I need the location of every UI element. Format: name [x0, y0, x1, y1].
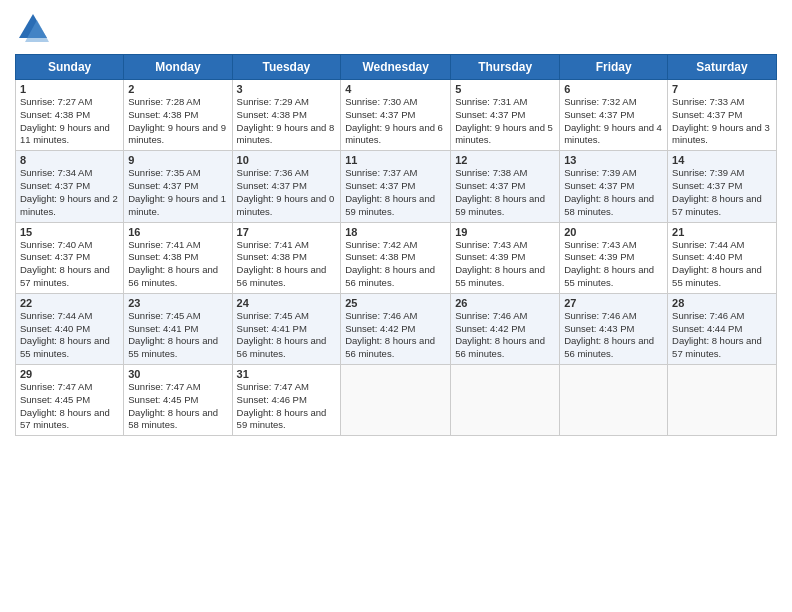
day-number: 30 — [128, 368, 227, 380]
table-row — [451, 365, 560, 436]
table-row: 31Sunrise: 7:47 AMSunset: 4:46 PMDayligh… — [232, 365, 341, 436]
cell-content: Sunrise: 7:39 AMSunset: 4:37 PMDaylight:… — [672, 167, 762, 216]
day-number: 19 — [455, 226, 555, 238]
cell-content: Sunrise: 7:37 AMSunset: 4:37 PMDaylight:… — [345, 167, 435, 216]
cell-content: Sunrise: 7:43 AMSunset: 4:39 PMDaylight:… — [455, 239, 545, 288]
table-row: 21Sunrise: 7:44 AMSunset: 4:40 PMDayligh… — [668, 222, 777, 293]
table-row: 3Sunrise: 7:29 AMSunset: 4:38 PMDaylight… — [232, 80, 341, 151]
cell-content: Sunrise: 7:36 AMSunset: 4:37 PMDaylight:… — [237, 167, 335, 216]
table-row: 13Sunrise: 7:39 AMSunset: 4:37 PMDayligh… — [560, 151, 668, 222]
table-row: 29Sunrise: 7:47 AMSunset: 4:45 PMDayligh… — [16, 365, 124, 436]
day-number: 18 — [345, 226, 446, 238]
cell-content: Sunrise: 7:46 AMSunset: 4:42 PMDaylight:… — [455, 310, 545, 359]
day-number: 1 — [20, 83, 119, 95]
weekday-header-tuesday: Tuesday — [232, 55, 341, 80]
day-number: 25 — [345, 297, 446, 309]
day-number: 17 — [237, 226, 337, 238]
weekday-header-thursday: Thursday — [451, 55, 560, 80]
day-number: 27 — [564, 297, 663, 309]
day-number: 13 — [564, 154, 663, 166]
logo-icon — [15, 10, 51, 46]
day-number: 28 — [672, 297, 772, 309]
table-row: 7Sunrise: 7:33 AMSunset: 4:37 PMDaylight… — [668, 80, 777, 151]
table-row: 10Sunrise: 7:36 AMSunset: 4:37 PMDayligh… — [232, 151, 341, 222]
day-number: 8 — [20, 154, 119, 166]
cell-content: Sunrise: 7:46 AMSunset: 4:44 PMDaylight:… — [672, 310, 762, 359]
table-row: 24Sunrise: 7:45 AMSunset: 4:41 PMDayligh… — [232, 293, 341, 364]
table-row: 1Sunrise: 7:27 AMSunset: 4:38 PMDaylight… — [16, 80, 124, 151]
cell-content: Sunrise: 7:46 AMSunset: 4:42 PMDaylight:… — [345, 310, 435, 359]
day-number: 5 — [455, 83, 555, 95]
table-row: 22Sunrise: 7:44 AMSunset: 4:40 PMDayligh… — [16, 293, 124, 364]
cell-content: Sunrise: 7:33 AMSunset: 4:37 PMDaylight:… — [672, 96, 770, 145]
day-number: 11 — [345, 154, 446, 166]
table-row: 30Sunrise: 7:47 AMSunset: 4:45 PMDayligh… — [124, 365, 232, 436]
table-row: 14Sunrise: 7:39 AMSunset: 4:37 PMDayligh… — [668, 151, 777, 222]
day-number: 9 — [128, 154, 227, 166]
day-number: 16 — [128, 226, 227, 238]
weekday-header-saturday: Saturday — [668, 55, 777, 80]
cell-content: Sunrise: 7:40 AMSunset: 4:37 PMDaylight:… — [20, 239, 110, 288]
cell-content: Sunrise: 7:47 AMSunset: 4:46 PMDaylight:… — [237, 381, 327, 430]
weekday-header-row: SundayMondayTuesdayWednesdayThursdayFrid… — [16, 55, 777, 80]
day-number: 3 — [237, 83, 337, 95]
day-number: 10 — [237, 154, 337, 166]
page: SundayMondayTuesdayWednesdayThursdayFrid… — [0, 0, 792, 612]
day-number: 15 — [20, 226, 119, 238]
cell-content: Sunrise: 7:29 AMSunset: 4:38 PMDaylight:… — [237, 96, 335, 145]
table-row: 18Sunrise: 7:42 AMSunset: 4:38 PMDayligh… — [341, 222, 451, 293]
table-row: 20Sunrise: 7:43 AMSunset: 4:39 PMDayligh… — [560, 222, 668, 293]
cell-content: Sunrise: 7:35 AMSunset: 4:37 PMDaylight:… — [128, 167, 226, 216]
cell-content: Sunrise: 7:31 AMSunset: 4:37 PMDaylight:… — [455, 96, 553, 145]
table-row — [560, 365, 668, 436]
cell-content: Sunrise: 7:34 AMSunset: 4:37 PMDaylight:… — [20, 167, 118, 216]
day-number: 31 — [237, 368, 337, 380]
weekday-header-friday: Friday — [560, 55, 668, 80]
table-row: 27Sunrise: 7:46 AMSunset: 4:43 PMDayligh… — [560, 293, 668, 364]
cell-content: Sunrise: 7:44 AMSunset: 4:40 PMDaylight:… — [672, 239, 762, 288]
week-row-3: 15Sunrise: 7:40 AMSunset: 4:37 PMDayligh… — [16, 222, 777, 293]
cell-content: Sunrise: 7:38 AMSunset: 4:37 PMDaylight:… — [455, 167, 545, 216]
header — [15, 10, 777, 46]
week-row-5: 29Sunrise: 7:47 AMSunset: 4:45 PMDayligh… — [16, 365, 777, 436]
cell-content: Sunrise: 7:47 AMSunset: 4:45 PMDaylight:… — [128, 381, 218, 430]
day-number: 14 — [672, 154, 772, 166]
cell-content: Sunrise: 7:46 AMSunset: 4:43 PMDaylight:… — [564, 310, 654, 359]
table-row: 12Sunrise: 7:38 AMSunset: 4:37 PMDayligh… — [451, 151, 560, 222]
cell-content: Sunrise: 7:32 AMSunset: 4:37 PMDaylight:… — [564, 96, 662, 145]
day-number: 26 — [455, 297, 555, 309]
table-row: 23Sunrise: 7:45 AMSunset: 4:41 PMDayligh… — [124, 293, 232, 364]
cell-content: Sunrise: 7:45 AMSunset: 4:41 PMDaylight:… — [237, 310, 327, 359]
table-row — [341, 365, 451, 436]
table-row: 16Sunrise: 7:41 AMSunset: 4:38 PMDayligh… — [124, 222, 232, 293]
cell-content: Sunrise: 7:45 AMSunset: 4:41 PMDaylight:… — [128, 310, 218, 359]
day-number: 12 — [455, 154, 555, 166]
table-row — [668, 365, 777, 436]
day-number: 6 — [564, 83, 663, 95]
day-number: 22 — [20, 297, 119, 309]
table-row: 9Sunrise: 7:35 AMSunset: 4:37 PMDaylight… — [124, 151, 232, 222]
cell-content: Sunrise: 7:41 AMSunset: 4:38 PMDaylight:… — [128, 239, 218, 288]
table-row: 8Sunrise: 7:34 AMSunset: 4:37 PMDaylight… — [16, 151, 124, 222]
week-row-1: 1Sunrise: 7:27 AMSunset: 4:38 PMDaylight… — [16, 80, 777, 151]
table-row: 26Sunrise: 7:46 AMSunset: 4:42 PMDayligh… — [451, 293, 560, 364]
weekday-header-wednesday: Wednesday — [341, 55, 451, 80]
day-number: 24 — [237, 297, 337, 309]
cell-content: Sunrise: 7:28 AMSunset: 4:38 PMDaylight:… — [128, 96, 226, 145]
table-row: 4Sunrise: 7:30 AMSunset: 4:37 PMDaylight… — [341, 80, 451, 151]
table-row: 25Sunrise: 7:46 AMSunset: 4:42 PMDayligh… — [341, 293, 451, 364]
day-number: 4 — [345, 83, 446, 95]
table-row: 6Sunrise: 7:32 AMSunset: 4:37 PMDaylight… — [560, 80, 668, 151]
week-row-2: 8Sunrise: 7:34 AMSunset: 4:37 PMDaylight… — [16, 151, 777, 222]
logo — [15, 10, 55, 46]
cell-content: Sunrise: 7:43 AMSunset: 4:39 PMDaylight:… — [564, 239, 654, 288]
weekday-header-sunday: Sunday — [16, 55, 124, 80]
cell-content: Sunrise: 7:47 AMSunset: 4:45 PMDaylight:… — [20, 381, 110, 430]
weekday-header-monday: Monday — [124, 55, 232, 80]
day-number: 23 — [128, 297, 227, 309]
cell-content: Sunrise: 7:27 AMSunset: 4:38 PMDaylight:… — [20, 96, 110, 145]
table-row: 17Sunrise: 7:41 AMSunset: 4:38 PMDayligh… — [232, 222, 341, 293]
cell-content: Sunrise: 7:41 AMSunset: 4:38 PMDaylight:… — [237, 239, 327, 288]
cell-content: Sunrise: 7:30 AMSunset: 4:37 PMDaylight:… — [345, 96, 443, 145]
day-number: 20 — [564, 226, 663, 238]
